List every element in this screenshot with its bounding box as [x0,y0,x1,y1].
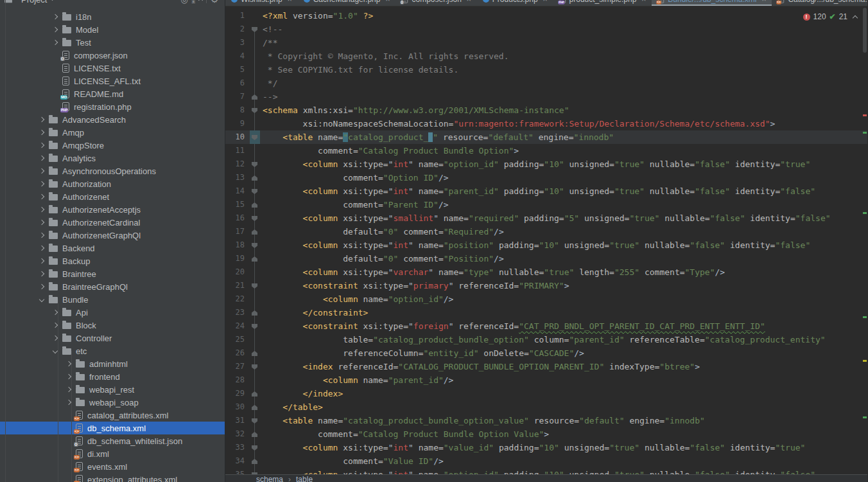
code-line-1[interactable]: 1<?xml version="1.0" ?> [225,9,867,22]
chevron-right-icon[interactable] [53,335,58,341]
tree-item-composer.json[interactable]: composer.json [0,49,225,62]
tab-close-icon[interactable]: × [641,0,646,4]
tab-close-icon[interactable]: × [288,0,292,4]
code-line-21[interactable]: 21 <constraint xsi:type="primary" refere… [225,279,867,292]
breadcrumb-item-table[interactable]: table [296,475,313,482]
chevron-right-icon[interactable] [39,181,44,186]
tree-item-AsynchronousOperations[interactable]: AsynchronousOperations [0,165,225,177]
code-line-17[interactable]: 17 default="0" comment="Required"/> [225,225,867,238]
tree-item-Test[interactable]: Test [0,36,225,49]
editor-tab-Wishlist.php[interactable]: Wishlist.php× [225,0,298,6]
tree-item-events.xml[interactable]: events.xml [0,460,225,473]
inspections-widget[interactable]: ! 120 ✔ 21 [803,12,857,21]
editor-tab-CacheManager.php[interactable]: CacheManager.php× [298,0,396,6]
code-line-2[interactable]: 2<!-- [225,22,867,36]
code-line-15[interactable]: 15 comment="Parent ID"/> [225,198,867,211]
fold-marker-icon[interactable] [250,22,260,36]
breadcrumb[interactable]: schema›table [225,474,867,482]
tab-close-icon[interactable]: × [385,0,390,4]
code-line-32[interactable]: 32 comment="Catalog Product Bundle Optio… [225,427,867,441]
tree-item-frontend[interactable]: frontend [0,370,225,383]
chevron-right-icon[interactable] [39,130,44,135]
fold-marker-icon[interactable] [250,198,260,211]
tree-item-AuthorizenetCardinal[interactable]: AuthorizenetCardinal [0,216,225,229]
chevron-right-icon[interactable] [39,143,44,148]
code-line-34[interactable]: 34 comment="Value ID"/> [225,454,867,468]
chevron-down-icon[interactable] [39,297,44,302]
code-line-12[interactable]: 12 <column xsi:type="int" name="option_i… [225,157,867,171]
chevron-right-icon[interactable] [53,40,58,45]
fold-marker-icon[interactable] [250,319,260,333]
chevron-right-icon[interactable] [39,194,44,199]
code-line-13[interactable]: 13 comment="Option ID"/> [225,171,867,184]
chevron-right-icon[interactable] [66,387,71,392]
tree-item-webapi_rest[interactable]: webapi_rest [0,383,225,396]
fold-marker-icon[interactable] [250,387,260,400]
tree-item-BraintreeGraphQl[interactable]: BraintreeGraphQl [0,280,225,293]
chevron-up-icon[interactable] [853,15,858,20]
chevron-down-icon[interactable] [53,348,58,353]
tree-item-Bundle[interactable]: Bundle [0,293,225,306]
tree-item-AuthorizenetGraphQl[interactable]: AuthorizenetGraphQl [0,229,225,242]
fold-marker-icon[interactable] [250,90,260,103]
fold-marker-icon[interactable] [250,400,260,414]
chevron-right-icon[interactable] [39,117,44,122]
chevron-right-icon[interactable] [39,284,44,289]
tree-item-Backup[interactable]: Backup [0,254,225,267]
chevron-right-icon[interactable] [53,310,58,315]
editor-tab-composer.json[interactable]: composer.json× [395,0,476,6]
fold-marker-icon[interactable] [250,225,260,238]
code-line-8[interactable]: 8<schema xmlns:xsi="http://www.w3.org/20… [225,103,867,117]
tree-item-catalog_attributes.xml[interactable]: catalog_attributes.xml [0,409,225,422]
chevron-right-icon[interactable] [53,323,58,328]
code-line-7[interactable]: 7--> [225,90,867,103]
chevron-right-icon[interactable] [66,361,71,366]
tree-item-LICENSE_AFL.txt[interactable]: LICENSE_AFL.txt [0,75,225,87]
code-line-25[interactable]: 25 table="catalog_product_bundle_option"… [225,333,867,346]
code-line-3[interactable]: 3/** [225,36,867,49]
fold-marker-icon[interactable] [250,306,260,319]
chevron-down-icon[interactable] [50,0,55,1]
tree-item-README.md[interactable]: README.md [0,87,225,100]
tree-item-Authorizenet[interactable]: Authorizenet [0,190,225,203]
chevron-right-icon[interactable] [39,258,44,263]
tree-item-LICENSE.txt[interactable]: LICENSE.txt [0,62,225,75]
settings-gear-icon[interactable]: ⚙ [211,0,218,4]
fold-marker-icon[interactable] [250,130,260,144]
code-line-29[interactable]: 29 </index> [225,387,867,400]
code-line-20[interactable]: 20 <column xsi:type="varchar" name="type… [225,265,867,279]
code-line-5[interactable]: 5 * See COPYING.txt for license details. [225,63,867,76]
tree-item-Authorization[interactable]: Authorization [0,177,225,190]
editor-tab-Catalog/.../db_schema.xml[interactable]: Catalog/.../db_schema.xml× [772,0,867,6]
fold-marker-icon[interactable] [250,184,260,198]
tree-item-Block[interactable]: Block [0,319,225,332]
tree-item-Braintree[interactable]: Braintree [0,267,225,280]
tree-item-Api[interactable]: Api [0,306,225,319]
scroll-to-source-icon[interactable]: ⤓ [192,0,196,4]
fold-marker-icon[interactable] [250,157,260,171]
code-line-11[interactable]: 11 comment="Catalog Product Bundle Optio… [225,144,867,157]
project-panel-title[interactable]: Project [21,0,47,4]
editor-tab-Bundle/.../db_schema.xml[interactable]: Bundle/.../db_schema.xml× [652,0,772,6]
fold-marker-icon[interactable] [250,252,260,265]
code-line-16[interactable]: 16 <column xsi:type="smallint" name="req… [225,211,867,225]
fold-marker-icon[interactable] [250,211,260,225]
code-line-27[interactable]: 27 <index referenceId="CATALOG_PRODUCT_B… [225,360,867,373]
tree-item-extension_attributes.xml[interactable]: extension_attributes.xml [0,473,225,482]
code-line-14[interactable]: 14 <column xsi:type="int" name="parent_i… [225,184,867,198]
chevron-right-icon[interactable] [39,220,44,225]
tree-item-etc[interactable]: etc [0,344,225,357]
tree-item-i18n[interactable]: i18n [0,10,225,23]
fold-marker-icon[interactable] [250,103,260,117]
editor-tab-Products.php[interactable]: Products.php× [477,0,553,6]
tree-item-Backend[interactable]: Backend [0,242,225,254]
tree-item-Analytics[interactable]: Analytics [0,152,225,165]
scrollbar-thumb[interactable] [863,8,867,53]
code-line-4[interactable]: 4 * Copyright © Magento, Inc. All rights… [225,49,867,63]
fold-marker-icon[interactable] [250,414,260,427]
code-line-33[interactable]: 33 <column xsi:type="int" name="value_id… [225,441,867,454]
fold-marker-icon[interactable] [250,454,260,468]
fold-marker-icon[interactable] [250,427,260,441]
chevron-right-icon[interactable] [53,14,58,19]
tree-item-adminhtml[interactable]: adminhtml [0,357,225,370]
